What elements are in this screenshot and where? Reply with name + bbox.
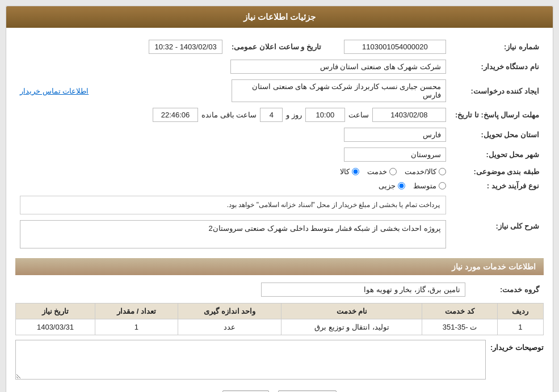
buyer-notes-input[interactable] — [15, 340, 486, 380]
deadline-time-label: ساعت — [348, 111, 369, 119]
buyer-name-label: نام دستگاه خریدار: — [451, 57, 544, 77]
service-table: ردیف کد خدمت نام خدمت واحد اندازه گیری ت… — [15, 303, 544, 335]
purchase-type-label: نوع فرآیند خرید : — [451, 179, 544, 193]
services-section-header: اطلاعات خدمات مورد نیاز — [15, 258, 544, 275]
table-row: 1ت -35-351تولید، انتقال و توزیع برقعدد11… — [16, 319, 544, 335]
province-label: استان محل تحویل: — [451, 125, 544, 145]
purchase-type-mozayede[interactable]: جزیی — [379, 182, 405, 190]
category-kala[interactable]: کالا — [340, 167, 359, 176]
announce-date-value: 1403/02/03 - 10:32 — [149, 40, 222, 54]
category-khedmat[interactable]: خدمت — [367, 167, 397, 176]
service-group-label: گروه خدمت: — [470, 280, 544, 300]
category-label: طبقه بندی موضوعی: — [451, 165, 544, 179]
deadline-time: 10:00 — [305, 108, 345, 122]
col-count: تعداد / مقدار — [95, 304, 178, 319]
contact-link[interactable]: اطلاعات تماس خریدار — [20, 87, 89, 95]
need-desc-label: شرح کلی نیاز: — [451, 217, 544, 251]
category-kala-khedmat[interactable]: کالا/خدمت — [405, 167, 446, 176]
deadline-remaining: 22:46:06 — [153, 108, 198, 122]
deadline-days: 4 — [260, 108, 283, 122]
col-unit: واحد اندازه گیری — [178, 304, 281, 319]
city-value: سروستان — [344, 147, 446, 162]
need-desc-value: پروژه احداث بخشی از شبکه فشار متوسط داخل… — [20, 220, 446, 248]
col-row: ردیف — [497, 304, 543, 319]
col-code: کد خدمت — [422, 304, 497, 319]
need-number-label: شماره نیاز: — [451, 37, 544, 57]
service-group-value: تامین برق، گاز، بخار و تهویه هوا — [261, 283, 465, 297]
purchase-type-motavasset[interactable]: متوسط — [413, 182, 446, 190]
need-number-value: 1103001054000020 — [344, 40, 446, 54]
buyer-name-value: شرکت شهرک های صنعتی استان فارس — [230, 60, 446, 74]
deadline-date: 1403/02/08 — [372, 108, 446, 122]
deadline-days-label: روز و — [286, 111, 302, 119]
deadline-remaining-label: ساعت باقی مانده — [201, 111, 257, 119]
buyer-notes-label: توصیحات خریدار: — [490, 340, 544, 352]
announce-date-label: تاریخ و ساعت اعلان عمومی: — [227, 37, 326, 57]
deadline-label: مهلت ارسال پاسخ: تا تاریخ: — [451, 105, 544, 125]
col-name: نام خدمت — [281, 304, 422, 319]
creator-value: محسن جباری نسب کاربرداز شرکت شهرک های صن… — [232, 79, 446, 102]
col-date: تاریخ نیاز — [16, 304, 95, 319]
city-label: شهر محل تحویل: — [451, 145, 544, 165]
purchase-notice: پرداخت تمام یا بخشی از مبلغ خریدار از مح… — [20, 196, 446, 214]
province-value: فارس — [344, 128, 446, 142]
creator-label: ایجاد کننده درخواست: — [451, 77, 544, 105]
page-title: جزئیات اطلاعات نیاز — [6, 6, 553, 28]
